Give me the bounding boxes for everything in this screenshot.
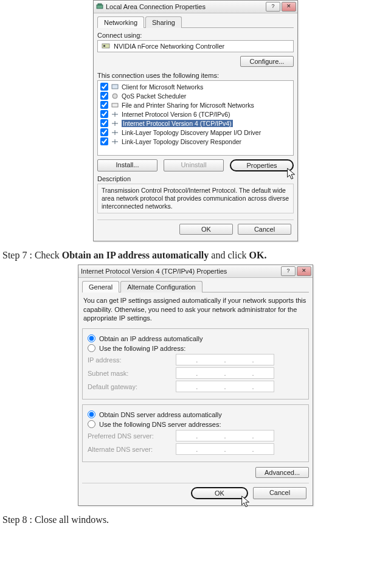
ok-button[interactable]: OK: [179, 224, 233, 235]
advanced-button[interactable]: Advanced...: [255, 467, 309, 478]
ip-settings-group: Obtain an IP address automatically Use t…: [82, 328, 309, 399]
connection-items-list[interactable]: Client for Microsoft Networks QoS Packet…: [97, 80, 294, 156]
item-label: Internet Protocol Version 4 (TCP/IPv4): [122, 120, 233, 127]
subnet-mask-field: ...: [176, 367, 274, 379]
radio-manual-dns-label: Use the following DNS server addresses:: [99, 421, 221, 428]
tab-networking[interactable]: Networking: [97, 16, 144, 28]
adapter-field: NVIDIA nForce Networking Controller: [97, 40, 294, 52]
description-label: Description: [97, 175, 294, 182]
item-checkbox[interactable]: [100, 92, 108, 100]
step-7-prefix: Step 7 : Check: [2, 250, 62, 260]
intro-text: You can get IP settings assigned automat…: [83, 296, 308, 322]
radio-manual-ip[interactable]: [88, 344, 95, 352]
list-item[interactable]: Internet Protocol Version 4 (TCP/IPv4): [99, 119, 292, 128]
list-item[interactable]: File and Printer Sharing for Microsoft N…: [99, 100, 292, 109]
list-item[interactable]: QoS Packet Scheduler: [99, 91, 292, 100]
titlebar[interactable]: Local Area Connection Properties ? ✕: [94, 1, 297, 13]
svg-point-5: [112, 94, 117, 99]
item-label: Internet Protocol Version 6 (TCP/IPv6): [122, 111, 230, 118]
svg-rect-3: [103, 45, 105, 47]
alternate-dns-label: Alternate DNS server:: [88, 446, 176, 453]
window-title: Local Area Connection Properties: [106, 3, 263, 10]
help-button[interactable]: ?: [281, 266, 296, 276]
item-label: QoS Packet Scheduler: [122, 92, 186, 100]
list-item[interactable]: Client for Microsoft Networks: [99, 82, 292, 91]
item-checkbox[interactable]: [100, 83, 108, 91]
adapter-name: NVIDIA nForce Networking Controller: [114, 43, 224, 50]
tab-general[interactable]: General: [82, 281, 119, 292]
connect-using-label: Connect using:: [97, 32, 294, 39]
close-button[interactable]: ✕: [282, 2, 296, 12]
item-label: Link-Layer Topology Discovery Responder: [122, 138, 241, 145]
protocol-icon: [111, 111, 119, 118]
item-checkbox[interactable]: [100, 110, 108, 118]
cancel-button[interactable]: Cancel: [238, 224, 291, 235]
step-8-text: Step 8 : Close all windows.: [2, 514, 389, 525]
step-7-bold-ip: Obtain an IP address automatically: [62, 250, 209, 260]
cursor-icon: [285, 167, 299, 181]
step-7-mid: and click: [209, 250, 249, 260]
radio-manual-dns[interactable]: [88, 420, 95, 428]
ok-button[interactable]: OK: [191, 487, 248, 499]
list-item[interactable]: Internet Protocol Version 6 (TCP/IPv6): [99, 109, 292, 119]
default-gateway-field: ...: [176, 381, 274, 392]
radio-auto-ip-label: Obtain an IP address automatically: [99, 335, 202, 342]
cancel-button[interactable]: Cancel: [253, 487, 306, 499]
svg-rect-6: [112, 103, 118, 107]
item-label: Link-Layer Topology Discovery Mapper I/O…: [122, 129, 261, 136]
fileprint-icon: [111, 102, 119, 109]
titlebar[interactable]: Internet Protocol Version 4 (TCP/IPv4) P…: [78, 265, 313, 278]
client-icon: [111, 83, 119, 91]
properties-button-label: Properties: [246, 162, 277, 169]
item-checkbox[interactable]: [100, 137, 108, 145]
step-7-bold-ok: OK.: [249, 250, 266, 260]
radio-manual-ip-label: Use the following IP address:: [99, 345, 185, 352]
svg-rect-0: [97, 5, 103, 9]
step-7-text: Step 7 : Check Obtain an IP address auto…: [2, 250, 389, 261]
alternate-dns-field: ...: [176, 443, 274, 455]
protocol-icon: [111, 129, 119, 136]
item-checkbox[interactable]: [100, 128, 108, 136]
list-item[interactable]: Link-Layer Topology Discovery Mapper I/O…: [99, 128, 292, 137]
ip-address-field: ...: [176, 354, 274, 365]
tab-sharing[interactable]: Sharing: [145, 16, 182, 28]
ok-button-label: OK: [215, 489, 224, 497]
item-label: File and Printer Sharing for Microsoft N…: [122, 102, 254, 109]
ipv4-properties-window: Internet Protocol Version 4 (TCP/IPv4) P…: [78, 265, 313, 506]
ip-address-label: IP address:: [88, 356, 176, 364]
configure-button[interactable]: Configure...: [240, 56, 294, 67]
radio-auto-ip[interactable]: [88, 334, 95, 342]
radio-auto-dns-label: Obtain DNS server address automatically: [99, 411, 222, 418]
svg-rect-4: [112, 85, 118, 89]
uninstall-button[interactable]: Uninstall: [164, 159, 224, 171]
items-label: This connection uses the following items…: [97, 72, 294, 79]
radio-auto-dns[interactable]: [88, 410, 95, 418]
cursor-icon: [240, 494, 253, 509]
nic-icon: [102, 43, 110, 50]
tab-alternate-configuration[interactable]: Alternate Configuration: [120, 281, 202, 292]
item-checkbox[interactable]: [100, 119, 108, 127]
dns-settings-group: Obtain DNS server address automatically …: [82, 404, 309, 462]
close-button[interactable]: ✕: [297, 266, 311, 276]
item-label: Client for Microsoft Networks: [122, 83, 203, 91]
default-gateway-label: Default gateway:: [88, 383, 176, 390]
window-icon: [96, 3, 103, 10]
help-button[interactable]: ?: [266, 2, 280, 12]
window-title: Internet Protocol Version 4 (TCP/IPv4) P…: [81, 268, 279, 275]
tabstrip: General Alternate Configuration: [82, 280, 309, 292]
properties-button[interactable]: Properties: [230, 159, 294, 171]
tabstrip: Networking Sharing: [97, 16, 294, 28]
preferred-dns-field: ...: [176, 430, 274, 441]
local-area-connection-properties-window: Local Area Connection Properties ? ✕ Net…: [93, 0, 298, 241]
protocol-icon: [111, 120, 119, 127]
protocol-icon: [111, 138, 119, 145]
qos-icon: [111, 92, 119, 100]
svg-rect-2: [102, 44, 109, 48]
subnet-mask-label: Subnet mask:: [88, 370, 176, 377]
svg-rect-1: [98, 4, 102, 5]
preferred-dns-label: Preferred DNS server:: [88, 432, 176, 440]
item-checkbox[interactable]: [100, 101, 108, 109]
install-button[interactable]: Install...: [97, 159, 157, 171]
list-item[interactable]: Link-Layer Topology Discovery Responder: [99, 137, 292, 146]
description-text: Transmission Control Protocol/Internet P…: [97, 184, 294, 213]
